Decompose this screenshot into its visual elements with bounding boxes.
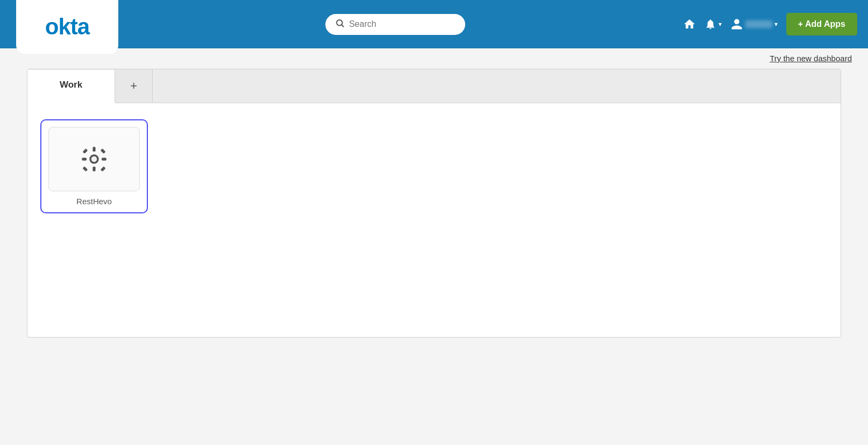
svg-rect-10 [82,166,88,171]
user-menu-button[interactable]: ▾ [730,18,778,31]
home-icon[interactable] [683,18,696,31]
search-bar[interactable] [325,14,465,35]
tabs-bar: Work + [27,69,841,103]
tab-spacer [153,69,841,103]
search-input[interactable] [349,19,446,29]
notifications-button[interactable]: ▾ [705,18,722,30]
header: okta ▾ [0,0,868,48]
tab-add-button[interactable]: + [115,69,153,103]
tab-work[interactable]: Work [27,70,115,103]
main-content: Work + [0,69,868,359]
user-name-blurred [745,20,772,28]
svg-rect-11 [101,166,106,171]
svg-rect-5 [93,167,95,171]
try-new-dashboard-link[interactable]: Try the new dashboard [770,54,852,63]
add-apps-button[interactable]: + Add Apps [786,13,857,35]
svg-line-1 [341,25,343,26]
sub-header: Try the new dashboard [0,48,868,69]
logo-container: okta [16,0,118,54]
svg-rect-8 [82,148,88,154]
svg-point-3 [91,156,97,162]
tabs-panel: Work + [27,69,841,338]
svg-rect-6 [82,157,87,160]
app-name-resthevo: RestHevo [76,197,112,206]
gear-icon [79,144,109,174]
header-right: ▾ ▾ + Add Apps [683,13,857,35]
user-caret: ▾ [774,20,778,28]
okta-logo: okta [45,14,89,40]
search-icon [335,18,345,31]
bell-caret: ▾ [718,20,722,28]
app-tile-resthevo[interactable]: RestHevo [40,119,148,213]
apps-grid: RestHevo [27,103,841,229]
app-icon-box [48,127,140,191]
header-center [108,14,683,35]
svg-rect-4 [93,147,95,152]
svg-rect-9 [101,148,106,154]
svg-rect-7 [102,157,106,160]
